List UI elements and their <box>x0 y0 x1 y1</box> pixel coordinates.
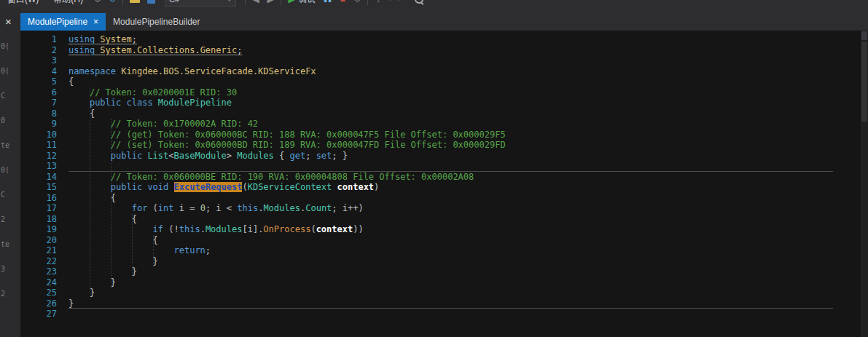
step-icon[interactable]: ↓ <box>371 0 386 7</box>
code-line[interactable]: 12 public List<BaseModule> Modules { get… <box>20 151 861 162</box>
open-folder-icon[interactable] <box>130 0 140 3</box>
truncated-text-fragment: 0 <box>1 116 5 124</box>
navigate-forward-icon[interactable]: ↻ <box>105 0 120 7</box>
nav-left-icon[interactable]: ◀ <box>249 0 263 7</box>
toolbar-separator <box>281 0 281 5</box>
code-line[interactable]: 8 { <box>20 108 861 119</box>
dropdown-icon[interactable]: ▼ <box>394 0 403 7</box>
code-text: public class ModulePipeline <box>69 98 232 108</box>
line-number: 11 <box>20 140 69 151</box>
line-number: 14 <box>20 172 69 183</box>
navigate-back-icon[interactable]: ↺ <box>90 0 105 7</box>
start-debug-label[interactable]: 调试 <box>299 0 315 5</box>
code-text: // Token: 0x0200001E RID: 30 <box>69 87 237 98</box>
line-number: 17 <box>20 203 69 214</box>
code-text: { <box>69 235 158 246</box>
close-tab-icon[interactable]: × <box>93 17 98 26</box>
truncated-text-fragment: C <box>1 92 5 100</box>
code-line[interactable]: 25 } <box>20 288 861 298</box>
language-combo-value: C# <box>169 0 179 4</box>
code-line[interactable]: 23 } <box>20 266 861 277</box>
code-line[interactable]: 15 public void ExcuteRequest(KDServiceCo… <box>20 182 861 193</box>
line-number: 9 <box>20 119 69 130</box>
close-panel-icon[interactable]: × <box>5 16 12 27</box>
code-line[interactable]: 6 // Token: 0x0200001E RID: 30 <box>20 87 861 98</box>
line-number: 20 <box>20 235 69 246</box>
scrollbar-button[interactable] <box>861 31 867 40</box>
code-line[interactable]: 5{ <box>20 76 861 87</box>
code-text: return; <box>69 245 211 256</box>
toolbar-separator <box>122 0 123 5</box>
line-number: 25 <box>20 288 69 298</box>
code-editor[interactable]: 1using System;2using System.Collections.… <box>20 31 868 337</box>
code-line[interactable]: 3 <box>20 55 861 66</box>
pause-icon[interactable]: ▮▮ <box>321 0 335 7</box>
code-line[interactable]: 24 } <box>20 277 861 288</box>
code-text: namespace Kingdee.BOS.ServiceFacade.KDSe… <box>69 66 316 77</box>
save-icon[interactable] <box>147 0 155 4</box>
dropdown-icon[interactable]: ▼ <box>386 0 394 7</box>
code-line[interactable]: 17 for (int i = 0; i < this.Modules.Coun… <box>20 203 861 214</box>
code-text: // (set) Token: 0x060000BD RID: 189 RVA:… <box>69 140 506 151</box>
start-debug-icon[interactable]: ▶ <box>284 0 299 7</box>
code-line[interactable]: 20 { <box>20 235 861 246</box>
code-text: { <box>69 214 137 225</box>
tab-modulepipelinebuilder[interactable]: ModulePipelineBuilder <box>106 13 207 31</box>
code-text: } <box>69 298 74 309</box>
stop-icon[interactable]: ■ <box>335 0 350 7</box>
code-text: public List<BaseModule> Modules { get; s… <box>69 151 348 162</box>
code-line[interactable]: 10 // (get) Token: 0x060000BC RID: 188 R… <box>20 130 861 140</box>
code-text: for (int i = 0; i < this.Modules.Count; … <box>69 203 364 214</box>
truncated-text-fragment: 0( <box>1 67 9 75</box>
line-number: 1 <box>20 34 69 45</box>
code-line[interactable]: 16 { <box>20 193 861 204</box>
tab-label: ModulePipelineBuilder <box>113 17 200 27</box>
line-number: 22 <box>20 256 69 267</box>
code-line[interactable]: 9 // Token: 0x1700002A RID: 42 <box>20 119 861 130</box>
code-line[interactable]: 27 <box>20 309 861 320</box>
tab-bar: ModulePipeline × ModulePipelineBuilder <box>20 7 868 31</box>
code-text: } <box>69 266 137 277</box>
code-text: using System.Collections.Generic; <box>69 45 242 56</box>
vertical-scrollbar[interactable] <box>861 31 868 337</box>
code-text: { <box>69 76 74 87</box>
menu-help[interactable]: 帮助(H) <box>46 0 90 6</box>
truncated-text-fragment: 0( <box>1 166 9 174</box>
nav-right-icon[interactable]: ▶ <box>263 0 278 7</box>
code-line[interactable]: 1using System; <box>20 34 861 45</box>
code-line[interactable]: 21 return; <box>20 245 861 256</box>
line-number: 18 <box>20 214 69 225</box>
menu-window[interactable]: 窗口(W) <box>0 0 46 6</box>
code-text: // Token: 0x060000BE RID: 190 RVA: 0x000… <box>69 172 474 183</box>
code-line[interactable]: 26} <box>20 298 861 309</box>
search-icon[interactable] <box>415 0 423 4</box>
line-number: 23 <box>20 266 69 277</box>
tab-label: ModulePipeline <box>28 17 87 27</box>
truncated-text-fragment: 2 <box>1 215 5 223</box>
line-number: 5 <box>20 76 69 87</box>
code-text: public void ExcuteRequest(KDServiceConte… <box>69 182 379 193</box>
line-number: 13 <box>20 161 69 172</box>
truncated-text-fragment: C <box>1 191 5 199</box>
code-line[interactable]: 2using System.Collections.Generic; <box>20 45 861 56</box>
tab-modulepipeline[interactable]: ModulePipeline × <box>20 13 106 31</box>
language-combo[interactable]: C# ▼ <box>165 0 236 7</box>
line-number: 19 <box>20 224 69 235</box>
code-text: } <box>69 256 158 267</box>
code-text: } <box>69 288 95 298</box>
code-line[interactable]: 19 if (!this.Modules[i].OnProcess(contex… <box>20 224 861 235</box>
restart-icon[interactable]: ↻ <box>350 0 364 7</box>
code-line[interactable]: 4namespace Kingdee.BOS.ServiceFacade.KDS… <box>20 66 861 77</box>
code-line[interactable]: 13 <box>20 161 861 172</box>
code-line[interactable]: 7 public class ModulePipeline <box>20 98 861 108</box>
code-text: { <box>69 193 116 204</box>
line-number: 7 <box>20 98 69 108</box>
code-line[interactable]: 18 { <box>20 214 861 225</box>
code-line[interactable]: 11 // (set) Token: 0x060000BD RID: 189 R… <box>20 140 861 151</box>
code-line[interactable]: 22 } <box>20 256 861 267</box>
scrollbar-thumb[interactable] <box>861 41 867 122</box>
line-number: 21 <box>20 245 69 256</box>
toolbar-separator <box>367 0 368 5</box>
code-line[interactable]: 14 // Token: 0x060000BE RID: 190 RVA: 0x… <box>20 172 861 183</box>
line-number: 2 <box>20 45 69 56</box>
